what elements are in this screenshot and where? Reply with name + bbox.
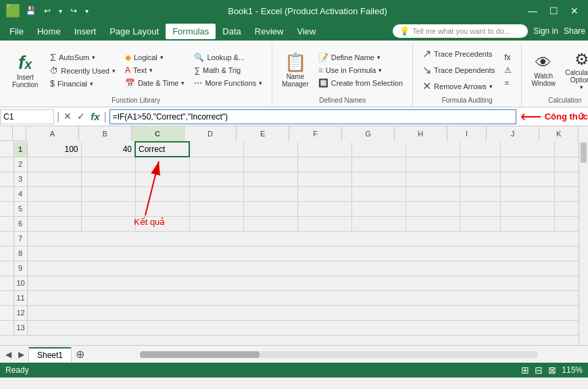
- menu-formulas[interactable]: Formulas: [166, 24, 216, 39]
- evaluate-formula-button[interactable]: =: [500, 77, 516, 89]
- cell-d3[interactable]: [189, 172, 243, 186]
- cell-d4[interactable]: [189, 186, 243, 201]
- cell-i6[interactable]: [460, 216, 500, 231]
- cell-row7[interactable]: [27, 231, 579, 246]
- save-button[interactable]: 💾: [23, 5, 39, 17]
- fx-formula-button[interactable]: fx: [89, 109, 101, 124]
- cell-g4[interactable]: [351, 186, 406, 201]
- cell-h4[interactable]: [406, 186, 460, 201]
- cell-b5[interactable]: [81, 201, 135, 216]
- financial-button[interactable]: $ Financial: [46, 78, 120, 90]
- cell-e1[interactable]: [243, 142, 297, 157]
- cell-d6[interactable]: [189, 216, 243, 231]
- cell-a1[interactable]: 100: [27, 142, 81, 157]
- date-time-button[interactable]: 📅 Date & Time: [121, 77, 189, 89]
- cell-i3[interactable]: [460, 172, 500, 186]
- sign-in-button[interactable]: Sign in: [533, 26, 558, 36]
- cell-row8[interactable]: [27, 246, 579, 261]
- cell-b2[interactable]: [81, 157, 135, 172]
- error-checking-button[interactable]: ⚠: [500, 64, 516, 76]
- next-tab-button[interactable]: ▶: [16, 350, 27, 359]
- menu-page-layout[interactable]: Page Layout: [103, 24, 166, 39]
- add-sheet-button[interactable]: ⊕: [73, 348, 87, 361]
- cell-a6[interactable]: [27, 216, 81, 231]
- cell-row11[interactable]: [27, 290, 579, 305]
- cell-d2[interactable]: [189, 157, 243, 172]
- remove-arrows-button[interactable]: ✕ Remove Arrows: [418, 78, 499, 94]
- cell-f2[interactable]: [297, 157, 351, 172]
- cancel-formula-button[interactable]: ✕: [62, 109, 73, 124]
- undo-button[interactable]: ↩: [41, 5, 53, 17]
- cell-g2[interactable]: [351, 157, 406, 172]
- name-manager-button[interactable]: 📋 NameManager: [278, 49, 312, 90]
- menu-insert[interactable]: Insert: [68, 24, 103, 39]
- text-button[interactable]: A Text: [121, 64, 189, 76]
- cell-g6[interactable]: [351, 216, 406, 231]
- math-trig-button[interactable]: ∑ Math & Trig: [190, 64, 266, 76]
- insert-function-button[interactable]: fx InsertFunction: [5, 48, 45, 93]
- scrollbar-thumb[interactable]: [581, 142, 587, 163]
- use-in-formula-button[interactable]: ≡ Use in Formula: [314, 64, 407, 76]
- cell-c3[interactable]: [135, 172, 189, 186]
- cell-f3[interactable]: [297, 172, 351, 186]
- logical-button[interactable]: ◆ Logical: [121, 51, 189, 63]
- calculation-options-button[interactable]: ⚙ CalculationOptions: [561, 47, 588, 93]
- create-from-selection-button[interactable]: 🔲 Create from Selection: [314, 77, 407, 89]
- cell-a2[interactable]: [27, 157, 81, 172]
- cell-b4[interactable]: [81, 186, 135, 201]
- cell-b3[interactable]: [81, 172, 135, 186]
- cell-i1[interactable]: [460, 142, 500, 157]
- cell-f1[interactable]: [297, 142, 351, 157]
- cell-e3[interactable]: [243, 172, 297, 186]
- cell-f4[interactable]: [297, 186, 351, 201]
- cell-c5[interactable]: [135, 201, 189, 216]
- cell-k4[interactable]: [554, 186, 579, 201]
- cell-h3[interactable]: [406, 172, 460, 186]
- trace-dependents-button[interactable]: ↘ Trace Dependents: [418, 62, 499, 78]
- cell-b1[interactable]: 40: [81, 142, 135, 157]
- redo-button[interactable]: ↪: [68, 5, 80, 17]
- cell-row13[interactable]: [27, 320, 579, 335]
- confirm-formula-button[interactable]: ✓: [76, 109, 87, 124]
- cell-j1[interactable]: [500, 142, 554, 157]
- cell-k5[interactable]: [554, 201, 579, 216]
- cell-j3[interactable]: [500, 172, 554, 186]
- define-name-button[interactable]: 📝 Define Name: [314, 51, 407, 63]
- menu-view[interactable]: View: [290, 24, 322, 39]
- trace-precedents-button[interactable]: ↗ Trace Precedents: [418, 46, 499, 61]
- autosum-button[interactable]: Σ AutoSum: [46, 51, 120, 64]
- cell-h5[interactable]: [406, 201, 460, 216]
- cell-c2[interactable]: [135, 157, 189, 172]
- name-box[interactable]: C1: [0, 109, 54, 124]
- cell-b6[interactable]: [81, 216, 135, 231]
- menu-review[interactable]: Review: [248, 24, 291, 39]
- cell-i5[interactable]: [460, 201, 500, 216]
- cell-c1[interactable]: Correct: [135, 142, 189, 157]
- more-functions-button[interactable]: ⋯ More Functions: [190, 77, 266, 89]
- cell-e2[interactable]: [243, 157, 297, 172]
- cell-e6[interactable]: [243, 216, 297, 231]
- cell-g3[interactable]: [351, 172, 406, 186]
- cell-k6[interactable]: [554, 216, 579, 231]
- cell-d1[interactable]: [189, 142, 243, 157]
- horizontal-scrollbar[interactable]: [90, 346, 588, 363]
- page-break-view-icon[interactable]: ⊠: [548, 365, 556, 375]
- show-formulas-button[interactable]: fx: [500, 51, 516, 63]
- cell-g1[interactable]: [351, 142, 406, 157]
- menu-file[interactable]: File: [3, 24, 30, 39]
- redo-dropdown[interactable]: ▾: [82, 6, 91, 16]
- cell-f6[interactable]: [297, 216, 351, 231]
- watch-window-button[interactable]: 👁 WatchWindow: [527, 51, 560, 90]
- recently-used-button[interactable]: ⏱ Recently Used: [46, 65, 120, 77]
- normal-view-icon[interactable]: ⊞: [521, 365, 529, 375]
- cell-h1[interactable]: [406, 142, 460, 157]
- prev-tab-button[interactable]: ◀: [3, 350, 14, 359]
- undo-dropdown[interactable]: ▾: [56, 6, 65, 16]
- cell-h6[interactable]: [406, 216, 460, 231]
- cell-i2[interactable]: [460, 157, 500, 172]
- cell-e4[interactable]: [243, 186, 297, 201]
- formula-input[interactable]: =IF(A1>50,"Correct","Incorrect"): [109, 109, 516, 124]
- cell-j6[interactable]: [500, 216, 554, 231]
- minimize-button[interactable]: —: [524, 4, 541, 18]
- cell-j5[interactable]: [500, 201, 554, 216]
